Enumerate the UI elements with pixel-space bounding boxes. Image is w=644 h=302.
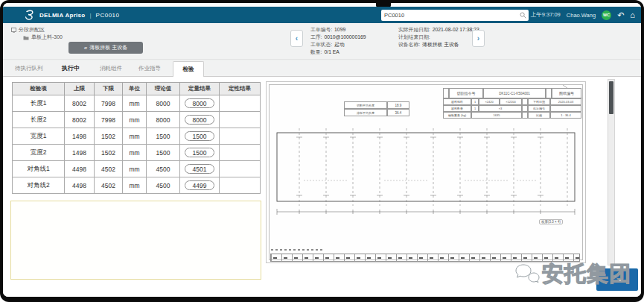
field-value: 0/1 EA: [324, 49, 339, 54]
search-input[interactable]: PC0010: [381, 10, 529, 21]
cell-unit: mm: [123, 112, 147, 128]
table-row: 宽度1 1498 1502 mm 1500 1500: [13, 128, 261, 145]
undo-icon[interactable]: ↶: [617, 11, 624, 19]
tab-pending-queue[interactable]: 待执行队列: [15, 65, 43, 72]
col-header: 理论值: [147, 83, 180, 95]
cell-result: 1500: [180, 145, 220, 161]
cell-upper: 8002: [65, 95, 95, 112]
cell-theoretical: 8000: [147, 112, 180, 128]
cell-theoretical: 1500: [147, 145, 180, 161]
cell-unit: mm: [123, 128, 147, 145]
brand-separator: |: [90, 12, 92, 19]
cell-lower: 4502: [95, 177, 123, 194]
cell-theoretical: 4500: [147, 161, 180, 177]
share-icon: «: [84, 45, 87, 51]
tb-value: ×2420: [479, 98, 500, 105]
equipment-button[interactable]: « 薄板拼板 主设备: [68, 42, 143, 54]
avatar[interactable]: WC: [602, 10, 611, 20]
tb-value: [550, 105, 581, 112]
tab-consumed-components[interactable]: 消耗组件: [100, 65, 122, 72]
app-code: PC0010: [96, 12, 120, 19]
inspection-table: 检验项 上限 下限 单位 理论值 定量结果 定性结果 长度1 8002 7998…: [12, 82, 261, 194]
search-icon[interactable]: [520, 12, 529, 19]
area-label: 分段拼配区: [19, 26, 45, 34]
tab-row: 待执行队列 执行中 消耗组件 作业指导 检验: [3, 60, 641, 76]
cell-lower: 7998: [95, 95, 123, 112]
tb-label: 批次编号: [528, 105, 550, 112]
brand-area: DELMIA Apriso | PC0010: [24, 7, 120, 23]
field-label: 工单状态:: [310, 42, 332, 47]
cell-qualitative: [220, 177, 261, 194]
scrollbar-thumb[interactable]: [609, 81, 613, 114]
cell-theoretical: 8000: [147, 95, 180, 112]
table-row: 宽度2 1498 1502 mm 1500 1500: [13, 145, 261, 161]
tb-label: 排版平均长度: [344, 109, 387, 116]
tb-label: 切割指令号: [449, 88, 483, 98]
table-row: 对角线1 4498 4502 mm 4500 4501: [13, 161, 261, 177]
watermark: 安托集团: [514, 259, 631, 289]
table-row: 长度1 8002 7998 mm 8000 8000: [13, 95, 261, 112]
work-order-info-left: 工单编号:1099 工序:0010@100000169 工单状态:起动 数量:0…: [310, 26, 366, 56]
field-value: 起动: [334, 42, 345, 47]
drawing-title-block: 切割指令号 DK11C-C1-K50A001 图纸编号 材料规格 1 ×2420…: [443, 88, 581, 119]
tb-value: 1: [471, 98, 479, 105]
user-name[interactable]: Chao.Wang: [567, 12, 596, 19]
tb-value: 1: [471, 105, 479, 112]
previous-order-button[interactable]: ‹: [290, 30, 303, 47]
field-value: 1099: [334, 27, 345, 32]
field-value: 0010@100000169: [324, 34, 366, 40]
brand-name: DELMIA Apriso: [39, 12, 86, 19]
remark-box[interactable]: [10, 201, 261, 280]
user-area: 上午9:37:09 Chao.Wang WC ↶ ⌂: [531, 7, 635, 23]
table-row: 对角线2 4498 4502 mm 4500 4499: [13, 177, 261, 194]
equipment-button-label: 薄板拼板 主设备: [89, 44, 127, 51]
tab-work-instructions[interactable]: 作业指导: [138, 65, 161, 72]
tb-label: 切割平均长度: [344, 101, 387, 109]
tab-inspection[interactable]: 检验: [173, 61, 204, 77]
app-window: DELMIA Apriso | PC0010 PC0010 上午9:37:09 …: [0, 0, 644, 302]
cell-result: 8000: [180, 112, 220, 128]
tb-label: 比例: [528, 112, 550, 119]
home-icon[interactable]: ⌂: [630, 11, 635, 19]
thickness-note: 板厚(3.0 × 4): [539, 219, 563, 224]
top-bar: DELMIA Apriso | PC0010 PC0010 上午9:37:09 …: [3, 7, 641, 23]
chevron-right-icon: ›: [477, 34, 479, 43]
cell-upper: 1498: [65, 145, 95, 161]
station-label: 单板上料-300: [31, 34, 63, 41]
clock: 上午9:37:09: [531, 11, 561, 19]
tb-label: 钢板重量 (kg): [443, 112, 471, 119]
result-input[interactable]: 8000: [185, 115, 214, 125]
result-input[interactable]: 8000: [185, 98, 214, 108]
cell-upper: 8002: [65, 112, 95, 128]
col-header: 上限: [65, 83, 95, 95]
app-content: DELMIA Apriso | PC0010 PC0010 上午9:37:09 …: [3, 3, 641, 297]
breadcrumb-area[interactable]: 分段拼配区: [11, 26, 45, 34]
cell-theoretical: 4500: [147, 177, 180, 194]
tb-value: ×3: [479, 105, 522, 112]
cell-item: 对角线2: [13, 177, 65, 194]
cell-unit: mm: [123, 161, 147, 177]
cell-result: 8000: [180, 95, 220, 112]
cell-item: 对角线1: [13, 161, 65, 177]
cell-lower: 1502: [95, 128, 123, 145]
next-order-button[interactable]: ›: [472, 30, 485, 47]
vertical-scrollbar[interactable]: [608, 79, 615, 265]
field-label: 数量:: [310, 49, 322, 54]
field-value: 薄板拼板 主设备: [422, 42, 459, 47]
result-input[interactable]: 1500: [185, 131, 214, 141]
table-row: 长度2 8002 7998 mm 8000 8000: [13, 112, 261, 128]
tb-label: 材料数量: [443, 105, 471, 112]
cell-upper: 1498: [65, 128, 95, 145]
tb-label: 图纸编号: [552, 88, 581, 98]
cell-theoretical: 1500: [147, 128, 180, 145]
cell-lower: 4502: [95, 161, 123, 177]
breadcrumb-station[interactable]: 单板上料-300: [23, 34, 63, 41]
cutlist-caption: [271, 249, 323, 251]
tb-value: ×12200: [500, 98, 522, 105]
result-input[interactable]: 1500: [185, 148, 214, 157]
result-input[interactable]: 4501: [185, 164, 214, 174]
field-label: 工序:: [310, 34, 322, 40]
tab-in-progress[interactable]: 执行中: [62, 64, 80, 72]
wechat-bubbles-icon: [514, 263, 541, 286]
result-input[interactable]: 4499: [185, 180, 214, 190]
